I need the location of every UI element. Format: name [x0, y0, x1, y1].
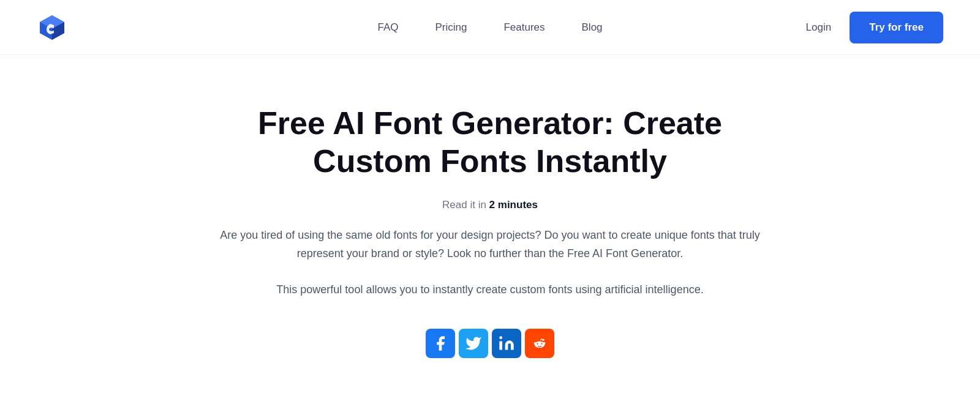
- svg-point-4: [499, 336, 502, 339]
- read-time: Read it in 2 minutes: [442, 199, 538, 211]
- login-link[interactable]: Login: [806, 21, 832, 34]
- reddit-icon: [531, 335, 548, 352]
- nav-pricing[interactable]: Pricing: [435, 21, 467, 34]
- main-nav: FAQ Pricing Features Blog: [377, 21, 602, 34]
- social-share-bar: [426, 329, 554, 358]
- header-right: Login Try for free: [806, 12, 943, 43]
- reddit-share-button[interactable]: [525, 329, 554, 358]
- linkedin-share-button[interactable]: [492, 329, 521, 358]
- page-title: Free AI Font Generator: Create Custom Fo…: [214, 104, 766, 181]
- description-paragraph-1: Are you tired of using the same old font…: [214, 226, 766, 263]
- brand-logo-icon: [37, 12, 67, 43]
- read-time-prefix: Read it in: [442, 199, 489, 211]
- twitter-share-button[interactable]: [459, 329, 488, 358]
- nav-blog[interactable]: Blog: [582, 21, 603, 34]
- twitter-icon: [465, 335, 482, 352]
- site-header: FAQ Pricing Features Blog Login Try for …: [0, 0, 980, 55]
- nav-features[interactable]: Features: [503, 21, 545, 34]
- try-for-free-button[interactable]: Try for free: [850, 12, 943, 43]
- logo-area[interactable]: [37, 12, 67, 43]
- svg-point-6: [542, 339, 545, 341]
- nav-faq[interactable]: FAQ: [377, 21, 398, 34]
- read-time-value: 2 minutes: [489, 199, 538, 211]
- linkedin-icon: [498, 335, 515, 352]
- facebook-share-button[interactable]: [426, 329, 455, 358]
- description-paragraph-2: This powerful tool allows you to instant…: [276, 280, 703, 299]
- main-content: Free AI Font Generator: Create Custom Fo…: [0, 55, 980, 395]
- facebook-icon: [432, 335, 449, 352]
